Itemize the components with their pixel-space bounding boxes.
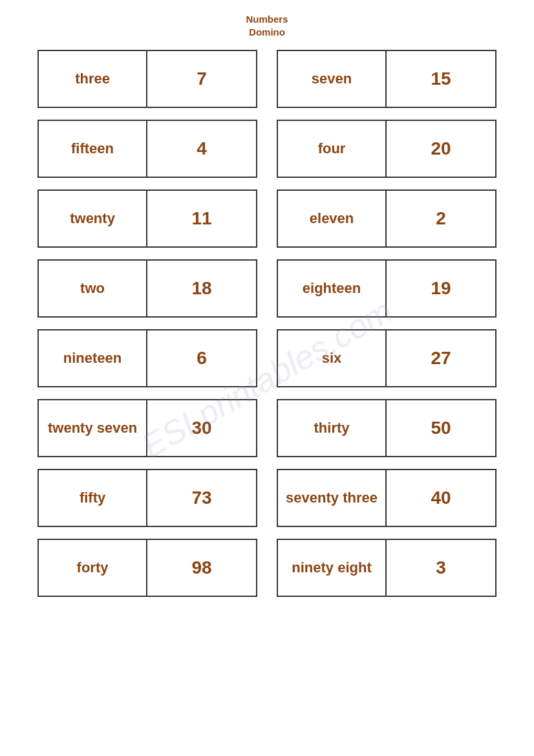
domino-left-0: three7 [37,50,257,108]
domino-grid: three7seven15fifteen4four20twenty11eleve… [15,50,519,597]
domino-num-left-7: 98 [147,540,256,596]
domino-num-left-1: 4 [147,121,256,177]
domino-num-right-4: 27 [387,330,495,386]
domino-right-4: six27 [277,329,497,387]
domino-word-left-3: two [39,261,147,316]
domino-word-right-7: ninety eight [278,540,387,596]
domino-left-6: fifty73 [37,469,257,527]
domino-num-left-6: 73 [147,470,256,526]
domino-right-2: eleven2 [277,189,497,248]
domino-word-left-6: fifty [39,470,147,526]
domino-word-left-5: twenty seven [39,400,147,456]
domino-num-right-2: 2 [387,191,495,246]
domino-word-right-6: seventy three [278,470,387,526]
domino-num-left-3: 18 [147,261,256,316]
domino-word-left-4: nineteen [39,330,147,386]
domino-word-left-7: forty [39,540,147,596]
domino-left-1: fifteen4 [37,120,257,178]
domino-right-5: thirty50 [277,399,497,457]
domino-word-right-3: eighteen [278,261,387,316]
domino-num-right-6: 40 [387,470,495,526]
domino-num-left-2: 11 [147,191,256,246]
domino-right-1: four20 [277,120,497,178]
domino-num-right-0: 15 [387,51,495,107]
domino-word-right-4: six [278,330,387,386]
domino-row-3: two18eighteen19 [15,259,519,318]
domino-left-3: two18 [37,259,257,318]
domino-row-5: twenty seven30thirty50 [15,399,519,457]
domino-word-right-0: seven [278,51,387,107]
domino-word-left-0: three [39,51,147,107]
domino-num-left-0: 7 [147,51,256,107]
domino-left-5: twenty seven30 [37,399,257,457]
domino-left-2: twenty11 [37,189,257,248]
domino-right-0: seven15 [277,50,497,108]
domino-word-right-1: four [278,121,387,177]
domino-right-3: eighteen19 [277,259,497,318]
domino-right-7: ninety eight3 [277,539,497,597]
domino-word-right-2: eleven [278,191,387,246]
domino-num-right-5: 50 [387,400,495,456]
domino-word-left-1: fifteen [39,121,147,177]
domino-word-left-2: twenty [39,191,147,246]
domino-left-4: nineteen6 [37,329,257,387]
domino-row-4: nineteen6six27 [15,329,519,387]
domino-num-right-7: 3 [387,540,495,596]
domino-right-6: seventy three40 [277,469,497,527]
domino-row-0: three7seven15 [15,50,519,108]
domino-left-7: forty98 [37,539,257,597]
domino-row-1: fifteen4four20 [15,120,519,178]
domino-row-6: fifty73seventy three40 [15,469,519,527]
domino-num-right-1: 20 [387,121,495,177]
domino-num-left-4: 6 [147,330,256,386]
domino-word-right-5: thirty [278,400,387,456]
domino-num-right-3: 19 [387,261,495,316]
domino-num-left-5: 30 [147,400,256,456]
page-title: Numbers Domino [246,13,288,38]
domino-row-2: twenty11eleven2 [15,189,519,248]
domino-row-7: forty98ninety eight3 [15,539,519,597]
